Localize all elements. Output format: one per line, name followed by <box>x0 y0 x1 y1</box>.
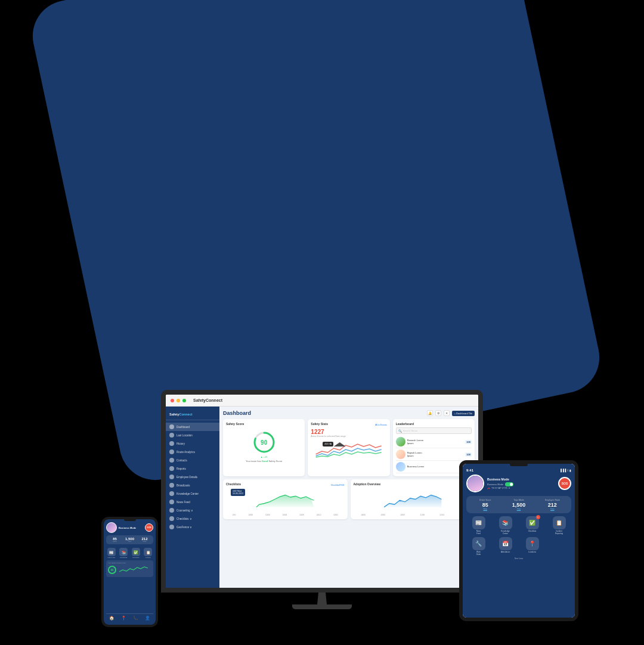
tablet-user-avatar <box>466 475 484 492</box>
phone-content: Business Mode SOS 85 Driver 1,500 Trips <box>104 519 156 625</box>
phone-icon-checklists[interactable]: ✅ Checklists <box>131 548 141 559</box>
sidebar-icon-contacts <box>169 458 174 463</box>
sidebar-label-checklists: Checklists ∨ <box>177 517 192 520</box>
phone-icon-knowledge[interactable]: 📚 Knowledge <box>119 548 129 559</box>
employee-rank-label: Employee Rank <box>537 499 568 501</box>
sidebar-label-last-location: Last Location <box>177 434 193 437</box>
sidebar-label-counseling: Counseling ∨ <box>177 509 193 512</box>
phone-trips-label: Trips <box>123 541 137 542</box>
attendance-icon-box: 📅 <box>499 537 512 550</box>
adoption-overview-card: Adoption Overview 16 <box>351 479 475 519</box>
add-tile-button[interactable]: + Dashboard Tile <box>452 411 475 416</box>
sidebar-item-knowledge[interactable]: Knowledge Center <box>166 489 219 498</box>
sidebar-item-geofence[interactable]: GeoFence ∨ <box>166 523 219 531</box>
sidebar-label-geofence: GeoFence ∨ <box>177 526 192 529</box>
monitor-stand-neck <box>310 593 334 604</box>
bell-icon[interactable]: 🔔 <box>427 410 433 416</box>
tablet-stats-card: Driver Score 85 View Trips Made 1,500 Vi… <box>466 496 571 513</box>
leaderboard-search[interactable]: 🔍 Search Name <box>396 427 472 434</box>
phone-user-info: Business Mode <box>119 526 143 529</box>
sidebar-item-employee[interactable]: Employee Details <box>166 473 219 481</box>
tablet-employee-rank: Employee Rank 212 View <box>537 499 568 510</box>
devices-container: SafetyConnect SafetyConnect Dashboard <box>0 299 644 645</box>
checklists-badge: 1 <box>536 515 540 519</box>
tablet-trips-made: Trips Made 1,500 View <box>503 499 534 510</box>
sidebar-icon-history <box>169 441 174 446</box>
phone-nav-phone-icon[interactable]: 📞 <box>133 616 138 621</box>
sidebar-label-route: Route Analytics <box>177 451 195 454</box>
news-feed-label: NewsFeed <box>476 531 481 535</box>
top-cards-row: Safety Score 90 ▲ <box>223 419 475 476</box>
phone-stats-card: 85 Driver 1,500 Trips 212 Rank <box>106 535 153 544</box>
sidebar-item-reports[interactable]: Reports <box>166 464 219 473</box>
titlebar-dot-yellow[interactable] <box>177 399 180 402</box>
phone-incident-icon: 📋 <box>144 548 152 556</box>
phone-icon-incident[interactable]: 📋 Incident <box>143 548 154 559</box>
tablet-header-row: Business Mode Business Mode 🚗 TS 07 AP 2… <box>466 475 571 492</box>
main-area: Dashboard 🔔 ⚙ ✕ + Dashboard Tile <box>219 407 478 588</box>
close-icon[interactable]: ✕ <box>444 410 450 416</box>
employee-rank-view-link[interactable]: View <box>537 508 568 510</box>
phone-nav-profile-icon[interactable]: 👤 <box>145 616 150 621</box>
phone-user-avatar <box>106 522 117 533</box>
sidebar-label-dashboard: Dashboard <box>177 426 190 429</box>
phone-sos-button[interactable]: SOS <box>145 523 153 532</box>
tablet-icon-incident[interactable]: 📋 IncidentReporting <box>547 516 571 535</box>
phone-stats-row: 85 Driver 1,500 Trips 212 Rank <box>108 537 151 542</box>
sidebar-item-news-feed[interactable]: News Feed <box>166 498 219 506</box>
checklists-tooltip: 160 Filled 16-06-2023 <box>231 489 245 496</box>
app-title: SafetyConnect <box>193 398 222 402</box>
phone-notch <box>124 519 136 521</box>
sos-button[interactable]: SOS <box>558 477 571 490</box>
tablet-icon-locations[interactable]: 📍 Locations <box>520 537 544 556</box>
phone-driving-title: Your Weekly Driving Score: <box>108 562 151 564</box>
sidebar-label-reports: Reports <box>177 467 186 470</box>
sidebar-icon-geofence <box>169 525 174 529</box>
phone-news-label: News Feed <box>107 557 115 559</box>
settings-icon[interactable]: ⚙ <box>435 410 441 416</box>
adoption-x-axis: 18/0819/0820/0921/0922/1023/10 <box>354 514 472 516</box>
tablet-icon-news-feed[interactable]: 📰 NewsFeed <box>466 516 491 535</box>
sidebar-item-dashboard[interactable]: Dashboard <box>166 423 219 431</box>
tablet-user-info: Business Mode Business Mode 🚗 TS 07 AP 2… <box>487 477 555 489</box>
phone-bottom-nav: 🏠 📍 📞 👤 <box>106 613 153 622</box>
tablet-mode-row: Business Mode <box>487 482 555 486</box>
safety-score-title: Safety Score <box>226 422 302 426</box>
see-less-button[interactable]: See Less <box>466 557 571 560</box>
tablet-avatar-image <box>467 476 483 491</box>
phone-checklists-icon: ✅ <box>132 548 140 556</box>
leaderboard-avatar-3 <box>396 462 405 472</box>
checklists-card: Checklists ChecklistXY24 160 Filled 16-0… <box>223 479 348 519</box>
checklists-link[interactable]: ChecklistXY24 <box>331 484 345 486</box>
sidebar-item-counseling[interactable]: Counseling ∨ <box>166 506 219 514</box>
sidebar-icon-counseling <box>169 508 174 513</box>
phone-nav-map-icon[interactable]: 📍 <box>121 616 126 621</box>
trips-made-view-link[interactable]: View <box>503 508 534 510</box>
tablet-driver-score: Driver Score 85 View <box>469 499 501 510</box>
tablet-icon-knowledge[interactable]: 📚 KnowledgeCenter <box>493 516 518 535</box>
sidebar-item-last-location[interactable]: Last Location <box>166 431 219 439</box>
sidebar-item-history[interactable]: History <box>166 439 219 448</box>
sidebar-item-broadcasts[interactable]: Broadcasts <box>166 481 219 489</box>
safety-stats-number: 1227 <box>311 429 386 435</box>
phone-icon-news[interactable]: 📰 News Feed <box>106 548 117 559</box>
tablet-mode-toggle[interactable] <box>505 482 513 486</box>
titlebar-dot-green[interactable] <box>182 399 186 402</box>
sidebar-item-route-analytics[interactable]: Route Analytics <box>166 448 219 456</box>
tablet-notch <box>510 464 528 466</box>
safety-stats-link[interactable]: All-in Events <box>375 424 386 426</box>
titlebar-dot-red[interactable] <box>171 399 174 402</box>
tablet-icon-checklists[interactable]: ✅ 1 Checklists <box>520 516 544 535</box>
phone-nav-home-icon[interactable]: 🏠 <box>109 616 114 621</box>
tablet-icon-attendance[interactable]: 📅 Attendance <box>493 537 518 556</box>
leaderboard-score-1: 100 <box>465 440 472 444</box>
sidebar-item-contacts[interactable]: Contacts <box>166 456 219 464</box>
sidebar-item-checklists[interactable]: Checklists ∨ <box>166 514 219 523</box>
tablet-icon-work-order[interactable]: 🔧 WorkOrder <box>466 537 491 556</box>
phone-driver-score-label: Driver <box>108 541 122 542</box>
checklists-icon-box: ✅ 1 <box>526 516 539 529</box>
leaderboard-title: Leaderboard <box>396 422 472 426</box>
safety-stats-card: Safety Stats All-in Events 1227 Active E… <box>308 419 389 476</box>
driver-score-view-link[interactable]: View <box>469 508 501 510</box>
wifi-icon: ⌇ <box>567 469 568 472</box>
